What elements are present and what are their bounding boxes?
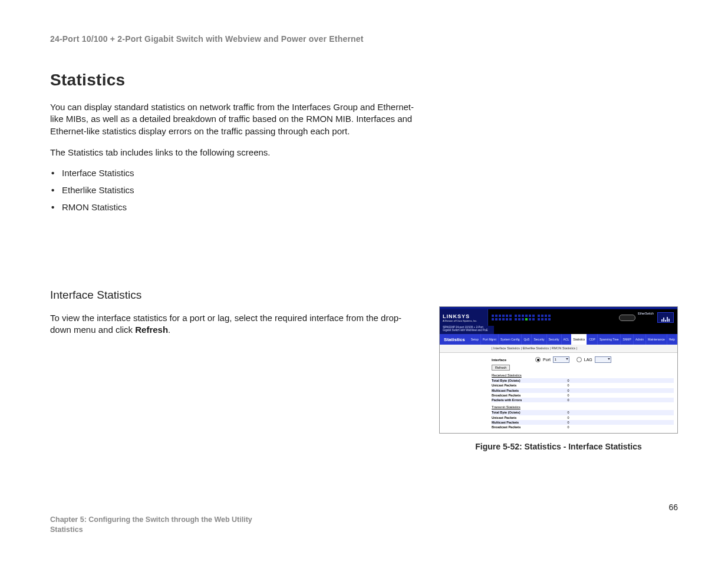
device-desc-row: SRW224P 24-port 10/100 + 2-Port Gigabit … <box>440 326 677 334</box>
tab-setup[interactable]: Setup <box>469 334 481 345</box>
stat-key: Multicast Packets <box>492 388 545 393</box>
port-select[interactable]: 1 <box>553 356 569 363</box>
main-tabs: Setup Port Mgmt System Config QoS Securi… <box>469 334 677 345</box>
table-row: Total Byte (Octets)0 <box>492 410 674 415</box>
footer-section: Statistics <box>50 525 252 535</box>
tab-cdp[interactable]: CDP <box>587 334 598 345</box>
stat-value: 0 <box>545 378 592 383</box>
lag-select[interactable] <box>595 356 611 363</box>
uplink-icon <box>619 315 635 321</box>
table-row: Total Byte (Octets)0 <box>492 378 674 383</box>
stat-value: 0 <box>545 383 592 388</box>
tab-help[interactable]: Help <box>667 334 677 345</box>
table-row: Multicast Packets0 <box>492 420 674 425</box>
tab-spanning-tree[interactable]: Spanning Tree <box>598 334 621 345</box>
list-item: Etherlike Statistics <box>62 185 420 195</box>
device-label: EtherSwitch <box>638 312 654 315</box>
document-page: 24-Port 10/100 + 2-Port Gigabit Switch w… <box>0 0 728 562</box>
intro-paragraph-2: The Statistics tab includes links to the… <box>50 147 420 158</box>
section-heading: Statistics <box>50 71 420 90</box>
subsection-heading: Interface Statistics <box>50 289 420 302</box>
stat-value: 0 <box>545 398 592 402</box>
list-item: Interface Statistics <box>62 168 420 178</box>
tab-snmp[interactable]: SNMP <box>621 334 633 345</box>
brand-cell: LINKSYS A Division of Cisco Systems, Inc… <box>440 309 488 326</box>
page-title: Statistics <box>440 334 469 345</box>
subsection-paragraph: To view the interface statistics for a p… <box>50 312 420 336</box>
stat-key: Unicast Packets <box>492 415 545 420</box>
stat-key: Broadcast Packets <box>492 425 545 429</box>
text-column: Statistics You can display standard stat… <box>50 71 420 451</box>
tab-security[interactable]: Security <box>532 334 546 345</box>
table-row: Broadcast Packets0 <box>492 393 674 398</box>
refresh-keyword: Refresh <box>135 325 168 335</box>
device-right: EtherSwitch <box>619 312 674 323</box>
figure-caption: Figure 5-52: Statistics - Interface Stat… <box>439 442 678 451</box>
screen-list: Interface Statistics Etherlike Statistic… <box>50 168 420 212</box>
tab-system-config[interactable]: System Config <box>499 334 522 345</box>
intro-paragraph-1: You can display standard statistics on n… <box>50 101 420 137</box>
stat-key: Unicast Packets <box>492 383 545 388</box>
table-row: Packets with Errors0 <box>492 398 674 402</box>
stat-value: 0 <box>545 425 592 429</box>
brand-logo: LINKSYS <box>443 313 485 319</box>
tab-statistics[interactable]: Statistics <box>571 334 587 345</box>
tab-acl[interactable]: ACL <box>562 334 572 345</box>
device-icon <box>657 312 674 323</box>
tab-qos[interactable]: QoS <box>522 334 532 345</box>
stat-value: 0 <box>545 415 592 420</box>
received-stats-heading: Received Statistics <box>492 373 674 377</box>
tab-admin[interactable]: Admin <box>634 334 646 345</box>
stats-body: Interface Port 1 LAG Refresh R <box>440 353 677 433</box>
interface-selector-row: Interface Port 1 LAG <box>492 356 674 363</box>
refresh-row: Refresh <box>492 365 674 371</box>
interface-label: Interface <box>492 358 533 362</box>
tab-maintenance[interactable]: Maintenance <box>646 334 667 345</box>
header-row: LINKSYS A Division of Cisco Systems, Inc… <box>440 309 677 326</box>
running-footer: Chapter 5: Configuring the Switch throug… <box>50 515 252 535</box>
lag-radio-label: LAG <box>584 358 592 362</box>
lag-radio[interactable] <box>577 357 582 362</box>
tab-security-2[interactable]: Security <box>547 334 562 345</box>
page-number: 66 <box>668 503 678 512</box>
running-header: 24-Port 10/100 + 2-Port Gigabit Switch w… <box>50 34 678 44</box>
webview-screenshot: LINKSYS A Division of Cisco Systems, Inc… <box>439 306 678 434</box>
footer-chapter: Chapter 5: Configuring the Switch throug… <box>50 515 252 525</box>
brand-subtitle: A Division of Cisco Systems, Inc. <box>443 319 485 322</box>
figure-column: LINKSYS A Division of Cisco Systems, Inc… <box>439 71 678 451</box>
content-columns: Statistics You can display standard stat… <box>50 71 678 451</box>
stat-value: 0 <box>545 388 592 393</box>
stat-value: 0 <box>545 393 592 398</box>
refresh-button[interactable]: Refresh <box>492 365 510 371</box>
port-led-grid <box>492 315 551 320</box>
port-radio-label: Port <box>543 358 551 362</box>
stat-key: Packets with Errors <box>492 398 545 402</box>
stat-key: Total Byte (Octets) <box>492 410 545 415</box>
stat-key: Total Byte (Octets) <box>492 378 545 383</box>
text-run: . <box>168 325 170 335</box>
sub-navigation[interactable]: | Interface Statistics | Etherlike Stati… <box>440 345 677 353</box>
port-radio[interactable] <box>535 357 541 362</box>
stat-key: Broadcast Packets <box>492 393 545 398</box>
table-row: Unicast Packets0 <box>492 383 674 388</box>
nav-row: Statistics Setup Port Mgmt System Config… <box>440 334 677 345</box>
stat-value: 0 <box>545 410 592 415</box>
device-panel: EtherSwitch <box>488 309 677 326</box>
desc-spacer <box>494 326 677 334</box>
transmit-stats-heading: Transmit Statistics <box>492 405 674 409</box>
stat-value: 0 <box>545 420 592 425</box>
table-row: Broadcast Packets0 <box>492 425 674 429</box>
table-row: Unicast Packets0 <box>492 415 674 420</box>
text-run: To view the interface statistics for a p… <box>50 313 401 335</box>
figure-wrapper: LINKSYS A Division of Cisco Systems, Inc… <box>439 306 678 451</box>
table-row: Multicast Packets0 <box>492 388 674 393</box>
stat-key: Multicast Packets <box>492 420 545 425</box>
tab-port-mgmt[interactable]: Port Mgmt <box>481 334 499 345</box>
list-item: RMON Statistics <box>62 202 420 212</box>
device-description: SRW224P 24-port 10/100 + 2-Port Gigabit … <box>440 326 494 334</box>
